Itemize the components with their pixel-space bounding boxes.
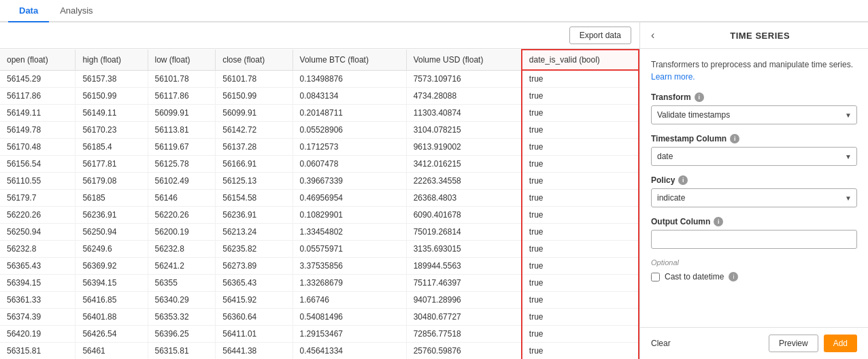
table-cell: 3412.016215: [406, 156, 522, 173]
table-cell: 3135.693015: [406, 241, 522, 258]
data-table: open (float) high (float) low (float) cl…: [0, 49, 639, 359]
output-column-input[interactable]: [651, 230, 857, 249]
output-column-group: Output Column i: [651, 217, 857, 249]
toolbar: Export data: [0, 22, 639, 49]
table-cell: 56125.78: [148, 156, 216, 173]
transform-select[interactable]: Validate timestamps: [651, 105, 857, 124]
timestamp-column-group: Timestamp Column i date ▼: [651, 134, 857, 166]
transform-select-wrapper: Validate timestamps ▼: [651, 105, 857, 124]
transform-label: Transform i: [651, 92, 857, 102]
table-cell: 75019.26814: [406, 224, 522, 241]
table-cell: true: [522, 207, 639, 224]
table-cell: 56149.78: [0, 122, 76, 139]
table-cell: 6090.401678: [406, 207, 522, 224]
table-cell: 56170.23: [76, 122, 148, 139]
table-cell: 56241.2: [148, 258, 216, 275]
table-cell: 56365.43: [216, 275, 293, 292]
table-cell: 22263.34558: [406, 173, 522, 190]
footer-right-buttons: Preview Add: [769, 335, 857, 352]
col-low: low (float): [148, 50, 216, 70]
table-cell: 56110.55: [0, 173, 76, 190]
table-cell: 26368.4803: [406, 190, 522, 207]
table-row: 56220.2656236.9156220.2656236.910.108299…: [0, 207, 639, 224]
col-close: close (float): [216, 50, 293, 70]
clear-button[interactable]: Clear: [651, 335, 671, 352]
table-cell: 0.05528906: [293, 122, 406, 139]
table-cell: 94071.28996: [406, 292, 522, 309]
table-row: 56361.3356416.8556340.2956415.921.667469…: [0, 292, 639, 309]
cast-datetime-checkbox[interactable]: [651, 273, 660, 281]
table-cell: 56365.43: [0, 258, 76, 275]
table-cell: 56179.7: [0, 190, 76, 207]
table-cell: 56236.91: [76, 207, 148, 224]
table-header: open (float) high (float) low (float) cl…: [0, 50, 639, 70]
transform-info-icon[interactable]: i: [695, 92, 704, 102]
table-row: 56117.8656150.9956117.8656150.990.084313…: [0, 88, 639, 105]
table-cell: 25760.59876: [406, 343, 522, 360]
table-cell: 56099.91: [216, 105, 293, 122]
add-button[interactable]: Add: [824, 335, 857, 352]
table-cell: 56353.32: [148, 309, 216, 326]
table-cell: true: [522, 139, 639, 156]
timestamp-select[interactable]: date: [651, 147, 857, 166]
table-cell: 56101.78: [148, 70, 216, 88]
table-row: 56365.4356369.9256241.256273.893.3753585…: [0, 258, 639, 275]
learn-more-link[interactable]: Learn more.: [651, 72, 695, 82]
table-cell: 56117.86: [0, 88, 76, 105]
preview-button[interactable]: Preview: [769, 335, 818, 352]
table-cell: 0.0843134: [293, 88, 406, 105]
table-cell: 56150.99: [76, 88, 148, 105]
table-row: 56149.7856170.2356113.8156142.720.055289…: [0, 122, 639, 139]
col-volume-btc: Volume BTC (float): [293, 50, 406, 70]
panel-header: ‹ TIME SERIES: [640, 22, 868, 49]
table-cell: 9613.919002: [406, 139, 522, 156]
timestamp-info-icon[interactable]: i: [730, 134, 739, 143]
table-cell: 30480.67727: [406, 309, 522, 326]
table-cell: 56220.26: [148, 207, 216, 224]
table-cell: 56157.38: [76, 70, 148, 88]
table-cell: 56426.54: [76, 326, 148, 343]
output-column-info-icon[interactable]: i: [714, 217, 723, 226]
table-cell: 56149.11: [76, 105, 148, 122]
cast-datetime-info-icon[interactable]: i: [729, 272, 738, 281]
table-cell: true: [522, 70, 639, 88]
table-row: 56149.1156149.1156099.9156099.910.201487…: [0, 105, 639, 122]
policy-info-icon[interactable]: i: [678, 175, 688, 185]
table-wrapper[interactable]: open (float) high (float) low (float) cl…: [0, 49, 639, 359]
table-cell: 56177.81: [76, 156, 148, 173]
table-cell: 0.1712573: [293, 139, 406, 156]
export-button[interactable]: Export data: [569, 27, 631, 44]
policy-select[interactable]: indicate: [651, 188, 857, 207]
tab-data[interactable]: Data: [8, 0, 49, 22]
policy-label: Policy i: [651, 175, 857, 185]
table-cell: 56369.92: [76, 258, 148, 275]
table-cell: 56150.99: [216, 88, 293, 105]
table-cell: 56374.39: [0, 309, 76, 326]
policy-select-wrapper: indicate ▼: [651, 188, 857, 207]
table-row: 56394.1556394.155635556365.431.332686797…: [0, 275, 639, 292]
table-cell: 56145.29: [0, 70, 76, 88]
table-cell: 56099.91: [148, 105, 216, 122]
table-cell: true: [522, 105, 639, 122]
table-cell: 56185: [76, 190, 148, 207]
table-cell: 56416.85: [76, 292, 148, 309]
tab-analysis[interactable]: Analysis: [49, 0, 103, 22]
table-row: 56179.7561855614656154.580.4695695426368…: [0, 190, 639, 207]
table-cell: true: [522, 224, 639, 241]
table-cell: 3104.078215: [406, 122, 522, 139]
table-cell: true: [522, 122, 639, 139]
panel-description: Transformers to preprocess and manipulat…: [651, 58, 857, 83]
table-body: 56145.2956157.3856101.7856101.780.134988…: [0, 70, 639, 359]
table-cell: 72856.77518: [406, 326, 522, 343]
table-cell: 56420.19: [0, 326, 76, 343]
main-layout: Export data open (float) high (float) lo…: [0, 22, 868, 359]
table-cell: 7573.109716: [406, 70, 522, 88]
table-row: 56145.2956157.3856101.7856101.780.134988…: [0, 70, 639, 88]
right-panel: ‹ TIME SERIES Transformers to preprocess…: [639, 22, 868, 359]
table-row: 56110.5556179.0856102.4956125.130.396673…: [0, 173, 639, 190]
table-cell: 0.13498876: [293, 70, 406, 88]
table-cell: true: [522, 343, 639, 360]
table-cell: 56401.88: [76, 309, 148, 326]
panel-back-button[interactable]: ‹: [651, 29, 654, 41]
table-cell: 56200.19: [148, 224, 216, 241]
